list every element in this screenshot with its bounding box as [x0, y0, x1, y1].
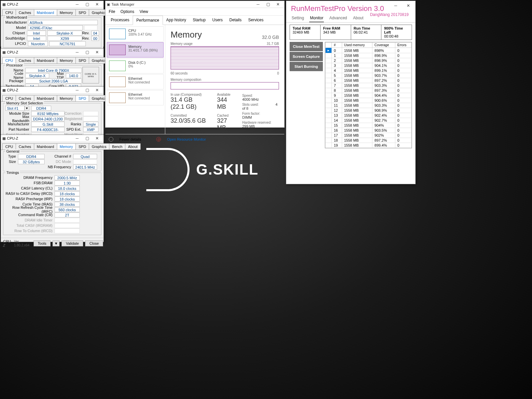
table-row[interactable]: 71558 MB903.3%0: [326, 83, 412, 88]
maximize-button[interactable]: ▢: [263, 1, 273, 8]
table-row[interactable]: ▸01558 MB898%0: [326, 48, 412, 53]
window-title: Task Manager: [110, 2, 253, 6]
minimize-button[interactable]: ─: [72, 1, 82, 8]
close-button[interactable]: ✕: [92, 135, 102, 142]
minimize-button[interactable]: ─: [391, 2, 401, 9]
slot-select[interactable]: Slot #1: [5, 106, 25, 111]
gskill-logo: G.SKILL: [146, 143, 289, 196]
tab-users[interactable]: Users: [209, 16, 226, 25]
table-row[interactable]: 21558 MB898.9%0: [326, 58, 412, 63]
tab-cpu[interactable]: CPU: [2, 9, 16, 16]
close-button[interactable]: ✕: [92, 1, 102, 8]
tab-mainboard[interactable]: Mainboard: [34, 95, 57, 101]
perf-tile-net[interactable]: EthernetNot connected: [107, 90, 164, 105]
perf-tile-disk[interactable]: Disk 0 (C:)0%: [107, 58, 164, 73]
fewer-details-button[interactable]: Fewer details: [119, 137, 141, 141]
tab-caches[interactable]: Caches: [16, 9, 34, 16]
perf-tile-net[interactable]: EthernetNot connected: [107, 74, 164, 89]
tab-memory[interactable]: Memory: [57, 143, 76, 150]
minimize-button[interactable]: ─: [72, 135, 82, 142]
mb-manufacturer: ASRock: [28, 20, 98, 25]
tab-cpu[interactable]: CPU: [2, 57, 16, 64]
tab-mainboard[interactable]: Mainboard: [34, 57, 57, 64]
tab-performance[interactable]: Performance: [133, 16, 163, 25]
table-row[interactable]: 121558 MB908.9%0: [326, 108, 412, 113]
table-row[interactable]: 171558 MB902%0: [326, 133, 412, 138]
tab-processes[interactable]: Processes: [107, 16, 133, 25]
table-row[interactable]: 91558 MB904.4%0: [326, 93, 412, 98]
tools-button[interactable]: Tools: [34, 240, 51, 246]
tab-caches[interactable]: Caches: [16, 57, 34, 64]
table-row[interactable]: 11558 MB898.9%0: [326, 53, 412, 58]
tab-caches[interactable]: Caches: [16, 95, 34, 101]
memory-heading: Memory: [171, 30, 202, 40]
perf-tile-cpu[interactable]: CPU100% 3.47 GHz: [107, 26, 164, 42]
minimize-button[interactable]: ─: [72, 49, 82, 56]
table-row[interactable]: 51558 MB903.7%0: [326, 73, 412, 78]
tab-mainboard[interactable]: Mainboard: [34, 143, 57, 150]
tm-icon: ▣: [107, 2, 110, 7]
maximize-button[interactable]: ▢: [82, 87, 92, 93]
close-button[interactable]: ✕: [92, 49, 102, 56]
window-title: CPU-Z: [6, 2, 72, 6]
tab-spd[interactable]: SPD: [75, 95, 89, 101]
tab-app-history[interactable]: App history: [163, 16, 190, 25]
open-resource-monitor-link[interactable]: Open Resource Monitor: [167, 137, 206, 141]
rmt-tab-advanced[interactable]: Advanced: [329, 14, 347, 22]
table-row[interactable]: 141558 MB902.7%0: [326, 118, 412, 123]
tab-caches[interactable]: Caches: [16, 143, 34, 150]
rmt-tab-monitor[interactable]: Monitor: [309, 14, 324, 22]
menu-file[interactable]: File: [109, 9, 115, 14]
tab-startup[interactable]: Startup: [190, 16, 209, 25]
cpuz-icon: ▦: [2, 136, 6, 141]
table-row[interactable]: 81558 MB897.3%0: [326, 88, 412, 93]
maximize-button[interactable]: ▢: [82, 49, 92, 56]
monitor-icon: ⊘: [156, 137, 161, 142]
table-row[interactable]: 111558 MB903.3%0: [326, 103, 412, 108]
maximize-button[interactable]: ▢: [82, 135, 92, 142]
table-row[interactable]: 191558 MB899.4%0: [326, 143, 412, 148]
screen-capture-button[interactable]: Screen Capture: [290, 52, 323, 61]
tab-spd[interactable]: SPD: [75, 143, 89, 150]
table-row[interactable]: 131558 MB902.4%0: [326, 113, 412, 118]
tab-cpu[interactable]: CPU: [2, 143, 16, 150]
minimize-button[interactable]: ─: [253, 1, 263, 8]
memtest-table[interactable]: #Used memoryCoverageErrors▸01558 MB898%0…: [325, 42, 412, 148]
close-button[interactable]: ✕: [273, 1, 283, 8]
perf-tile-mem[interactable]: Memory31.4/31.7 GB (99%): [107, 42, 164, 58]
table-row[interactable]: 161558 MB903.5%0: [326, 128, 412, 133]
table-row[interactable]: 61558 MB897.2%0: [326, 78, 412, 83]
close-button[interactable]: ✕: [92, 87, 102, 93]
maximize-button[interactable]: ▢: [82, 1, 92, 8]
table-row[interactable]: 31558 MB904.1%0: [326, 63, 412, 68]
table-row[interactable]: 101558 MB900.6%0: [326, 98, 412, 103]
tab-memory[interactable]: Memory: [57, 57, 76, 64]
rmt-tab-setting[interactable]: Setting: [291, 14, 305, 22]
intel-badge-icon: CORE i9 X-series: [82, 67, 99, 83]
tools-dropdown[interactable]: ▼: [53, 240, 60, 246]
tab-memory[interactable]: Memory: [57, 95, 76, 101]
close-button[interactable]: Close: [85, 240, 103, 246]
menu-view[interactable]: View: [140, 9, 148, 14]
validate-button[interactable]: Validate: [62, 240, 83, 246]
close-memtest-button[interactable]: Close MemTest: [290, 42, 323, 51]
minimize-button[interactable]: ─: [72, 87, 82, 93]
tab-details[interactable]: Details: [226, 16, 245, 25]
collapse-icon[interactable]: ˄: [109, 137, 113, 142]
rmt-tab-about[interactable]: About: [352, 14, 364, 22]
tab-cpu[interactable]: CPU: [2, 95, 16, 101]
close-button[interactable]: ✕: [403, 2, 413, 9]
start-burning-button[interactable]: Start Burning: [290, 62, 323, 71]
mb-model: X299E-ITX/ac: [28, 25, 83, 30]
tab-spd[interactable]: SPD: [75, 57, 89, 64]
table-row[interactable]: 151558 MB904%0: [326, 123, 412, 128]
tab-services[interactable]: Services: [245, 16, 267, 25]
group-motherboard: Motherboard: [5, 15, 28, 19]
tab-spd[interactable]: SPD: [75, 9, 89, 16]
table-row[interactable]: 41558 MB899.1%0: [326, 68, 412, 73]
chevron-down-icon[interactable]: ▾: [25, 106, 29, 111]
table-row[interactable]: 181558 MB897.2%0: [326, 138, 412, 143]
tab-mainboard[interactable]: Mainboard: [34, 9, 57, 16]
tab-memory[interactable]: Memory: [57, 9, 76, 16]
menu-options[interactable]: Options: [120, 9, 134, 14]
